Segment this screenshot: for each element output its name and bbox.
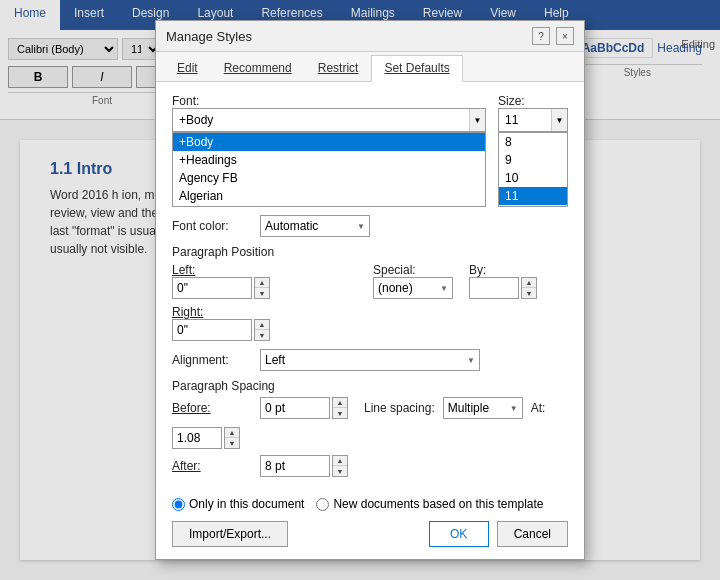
special-field-group: Special: (none) ▼ By: ▲ ▼ [373,263,568,299]
special-group: Special: (none) ▼ [373,263,453,299]
size-label: Size: [498,94,578,108]
at-spin-down[interactable]: ▼ [225,438,239,448]
font-listbox[interactable]: +Body +Headings Agency FB Algerian Arial [172,132,486,207]
dialog-tab-restrict[interactable]: Restrict [305,55,372,81]
right-spinbox[interactable] [172,319,252,341]
by-label: By: [469,263,549,277]
before-spinbox[interactable] [260,397,330,419]
font-label: Font: [172,94,486,108]
alignment-select[interactable]: Left ▼ [260,349,480,371]
dialog-title: Manage Styles [166,29,252,44]
special-value: (none) [378,281,436,295]
dialog-close-button[interactable]: × [556,27,574,45]
size-dropdown-arrow[interactable]: ▼ [551,109,567,131]
paragraph-position-label: Paragraph Position [172,245,568,259]
alignment-dropdown-arrow: ▼ [467,356,475,365]
before-spin-up[interactable]: ▲ [333,398,347,408]
font-color-select[interactable]: Automatic ▼ [260,215,370,237]
cancel-button[interactable]: Cancel [497,521,568,547]
line-spacing-group: Line spacing: [364,401,435,415]
font-item-agencyfb[interactable]: Agency FB [173,169,485,187]
size-input[interactable] [499,109,551,131]
before-spin-down[interactable]: ▼ [333,408,347,418]
left-spinbox-row: ▲ ▼ [172,277,367,299]
font-color-row: Font color: Automatic ▼ [172,215,568,237]
right-spin-buttons: ▲ ▼ [254,319,270,341]
font-color-label: Font color: [172,219,252,233]
dialog-tab-set-defaults[interactable]: Set Defaults [371,55,462,82]
after-spin-buttons: ▲ ▼ [332,455,348,477]
dialog-tab-recommend[interactable]: Recommend [211,55,305,81]
line-spacing-select[interactable]: Multiple ▼ [443,397,523,419]
radio-new-docs-label: New documents based on this template [333,497,543,511]
by-spin-down[interactable]: ▼ [522,288,536,298]
line-spacing-value: Multiple [448,401,506,415]
font-item-arial[interactable]: Arial [173,205,485,207]
size-listbox[interactable]: 8 9 10 11 12 [498,132,568,207]
before-group: Before: [172,401,252,415]
font-item-headings[interactable]: +Headings [173,151,485,169]
by-spinbox[interactable] [469,277,519,299]
size-item-8[interactable]: 8 [499,133,567,151]
special-select[interactable]: (none) ▼ [373,277,453,299]
by-spin-up[interactable]: ▲ [522,278,536,288]
at-spinbox-row: ▲ ▼ [172,427,240,449]
ok-cancel-group: OK Cancel [429,521,568,547]
font-dropdown-arrow[interactable]: ▼ [469,109,485,131]
left-spin-down[interactable]: ▼ [255,288,269,298]
left-spinbox[interactable] [172,277,252,299]
left-spin-up[interactable]: ▲ [255,278,269,288]
dialog-controls: ? × [532,27,574,45]
font-input[interactable] [173,109,469,131]
radio-new-docs[interactable]: New documents based on this template [316,497,543,511]
size-item-10[interactable]: 10 [499,169,567,187]
at-spin-up[interactable]: ▲ [225,428,239,438]
radio-only-this-doc-label: Only in this document [189,497,304,511]
font-list-container: ▼ +Body +Headings Agency FB Algerian Ari… [172,108,486,207]
right-field-group: Right: ▲ ▼ [172,305,367,341]
at-spinbox[interactable] [172,427,222,449]
line-spacing-label: Line spacing: [364,401,435,415]
color-dropdown-arrow: ▼ [357,222,365,231]
dialog-tab-edit[interactable]: Edit [164,55,211,81]
alignment-value: Left [265,353,463,367]
dialog-body: Font: ▼ +Body +Headings Agency FB Algeri… [156,82,584,489]
color-auto-text: Automatic [265,219,353,233]
after-spinbox[interactable] [260,455,330,477]
after-label: After: [172,459,252,473]
font-item-body[interactable]: +Body [173,133,485,151]
at-group: At: [531,401,546,415]
after-spin-down[interactable]: ▼ [333,466,347,476]
after-row: After: ▲ ▼ [172,455,568,477]
size-item-9[interactable]: 9 [499,151,567,169]
special-dropdown-arrow: ▼ [440,284,448,293]
after-spin-up[interactable]: ▲ [333,456,347,466]
dialog-titlebar: Manage Styles ? × [156,21,584,52]
font-item-algerian[interactable]: Algerian [173,187,485,205]
right-label: Right: [172,305,367,319]
before-spin-buttons: ▲ ▼ [332,397,348,419]
radio-row: Only in this document New documents base… [172,497,568,511]
alignment-label: Alignment: [172,353,252,367]
at-spin-buttons: ▲ ▼ [224,427,240,449]
left-field-group: Left: ▲ ▼ [172,263,367,299]
right-spin-up[interactable]: ▲ [255,320,269,330]
dialog-help-button[interactable]: ? [532,27,550,45]
ok-button[interactable]: OK [429,521,489,547]
manage-styles-dialog: Manage Styles ? × Edit Recommend Restric… [155,20,585,560]
size-item-11[interactable]: 11 [499,187,567,205]
by-spin-buttons: ▲ ▼ [521,277,537,299]
paragraph-spacing-label: Paragraph Spacing [172,379,568,393]
action-row: Import/Export... OK Cancel [172,521,568,547]
radio-new-docs-input[interactable] [316,498,329,511]
radio-only-this-doc-input[interactable] [172,498,185,511]
radio-only-this-doc[interactable]: Only in this document [172,497,304,511]
size-item-12[interactable]: 12 [499,205,567,207]
left-label: Left: [172,263,367,277]
dialog-tabs: Edit Recommend Restrict Set Defaults [156,52,584,82]
left-spin-buttons: ▲ ▼ [254,277,270,299]
import-export-button[interactable]: Import/Export... [172,521,288,547]
special-label: Special: [373,263,453,277]
by-spinbox-row: ▲ ▼ [469,277,549,299]
right-spin-down[interactable]: ▼ [255,330,269,340]
